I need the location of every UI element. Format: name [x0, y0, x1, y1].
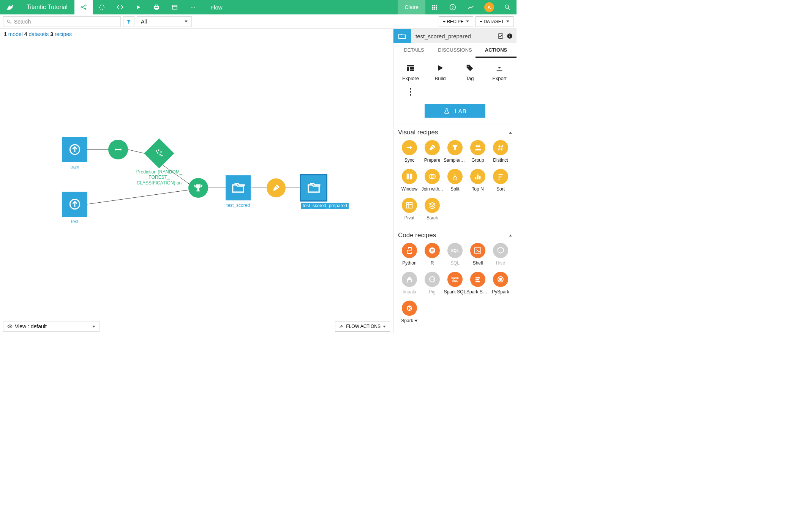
node-score-recipe[interactable] — [188, 178, 208, 198]
lab-button[interactable]: LAB — [425, 104, 485, 118]
recipe-sort[interactable]: Sort — [489, 169, 512, 192]
recipe-sample-filter[interactable]: Sample/Filter — [444, 140, 466, 163]
svg-rect-17 — [432, 8, 433, 9]
flow-search[interactable] — [3, 16, 121, 27]
flow-actions-button[interactable]: FLOW ACTIONS — [335, 321, 390, 332]
trophy-icon — [193, 183, 204, 193]
node-test-scored-prepared[interactable]: test_scored_prepared — [301, 175, 349, 209]
grid-icon — [431, 4, 438, 10]
recipe-icon — [425, 169, 440, 184]
recipe-split[interactable]: Split — [444, 169, 466, 192]
action-build[interactable]: Build — [425, 63, 455, 81]
svg-point-29 — [160, 151, 162, 153]
svg-point-2 — [85, 8, 86, 9]
recipe-icon — [493, 169, 508, 184]
filter-toggle[interactable] — [123, 16, 134, 27]
print-icon — [153, 4, 160, 11]
action-more[interactable] — [396, 87, 425, 97]
nav-tab-code[interactable] — [111, 0, 129, 14]
recipe-spark-r[interactable]: RSpark R — [398, 301, 421, 323]
help-icon: ? — [449, 4, 456, 11]
nav-tab-more[interactable] — [184, 0, 202, 14]
recipe-window[interactable]: Window — [398, 169, 421, 192]
tab-details[interactable]: DETAILS — [393, 43, 434, 58]
recipe-join-with-[interactable]: Join with... — [421, 169, 444, 192]
folder-icon — [306, 181, 321, 195]
recipe-top-n[interactable]: 1Top N — [466, 169, 489, 192]
section-label: Flow — [202, 4, 231, 11]
view-dropdown[interactable]: View : default — [3, 321, 100, 332]
recipe-pivot[interactable]: Pivot — [398, 198, 421, 221]
node-test-scored[interactable]: test_scored — [226, 175, 251, 208]
app-logo[interactable] — [0, 0, 20, 14]
recipe-pig: Pig — [421, 272, 444, 295]
svg-text:R: R — [430, 248, 434, 254]
broom-icon — [272, 183, 281, 192]
svg-point-1 — [85, 5, 86, 6]
node-train[interactable]: train — [62, 137, 87, 170]
node-model[interactable]: Prediction (RANDOM_ FOREST_ CLASSIFICATI… — [134, 143, 184, 186]
search-button[interactable] — [498, 0, 517, 14]
svg-point-59 — [431, 279, 431, 280]
avatar-button[interactable]: A — [480, 0, 498, 14]
chevron-up-icon[interactable] — [509, 132, 512, 134]
add-dataset-button[interactable]: + DATASET — [476, 16, 513, 27]
recipe-shell[interactable]: Shell — [466, 243, 489, 266]
nav-tab-run[interactable] — [129, 0, 147, 14]
recipe-stack[interactable]: Stack — [421, 198, 444, 221]
toolbar: All + RECIPE + DATASET — [0, 14, 517, 29]
nav-tab-dashboard[interactable] — [93, 0, 111, 14]
svg-text:SQL: SQL — [451, 249, 459, 253]
tab-discussions[interactable]: DISCUSSIONS — [434, 43, 476, 58]
recipe-python[interactable]: Python — [398, 243, 421, 266]
recipe-icon — [425, 140, 440, 155]
recipe-prepare[interactable]: Prepare — [421, 140, 444, 163]
add-recipe-button[interactable]: + RECIPE — [439, 16, 473, 27]
svg-rect-7 — [172, 5, 177, 9]
circle-icon — [98, 4, 105, 11]
help-button[interactable]: ? — [444, 0, 462, 14]
nav-tab-view[interactable] — [166, 0, 184, 14]
search-input[interactable] — [14, 19, 117, 25]
recipe-spark-scala[interactable]: Spark Scala — [466, 272, 489, 295]
chevron-down-icon — [185, 20, 188, 22]
folder-icon — [231, 181, 245, 195]
action-export[interactable]: Export — [485, 63, 514, 81]
project-title[interactable]: Titantic Tutorial — [20, 4, 74, 11]
recipe-icon: SQL — [447, 243, 463, 258]
code-icon — [116, 3, 124, 11]
check-icon[interactable] — [498, 33, 504, 39]
recipe-group[interactable]: Group — [466, 140, 489, 163]
svg-point-40 — [410, 94, 411, 96]
svg-point-22 — [505, 5, 509, 8]
apps-button[interactable] — [425, 0, 444, 14]
recipe-sync[interactable]: Sync — [398, 140, 421, 163]
recipe-hive: Hive — [489, 243, 512, 266]
chevron-up-icon[interactable] — [509, 235, 512, 236]
nav-tab-flow[interactable] — [74, 0, 93, 14]
flask-icon — [443, 107, 450, 114]
node-ml-recipe[interactable] — [108, 140, 128, 159]
svg-point-27 — [158, 149, 160, 151]
recipe-distinct[interactable]: Distinct — [489, 140, 512, 163]
nav-tab-print[interactable] — [147, 0, 166, 14]
funnel-icon — [126, 19, 131, 24]
window-icon — [171, 4, 178, 11]
user-name[interactable]: Claire — [398, 0, 425, 14]
folder-node-icon — [226, 175, 251, 200]
action-tag[interactable]: Tag — [455, 63, 485, 81]
action-explore[interactable]: Explore — [396, 63, 425, 81]
svg-point-39 — [410, 91, 411, 93]
recipe-pyspark[interactable]: PySpark — [489, 272, 512, 295]
activity-button[interactable] — [462, 0, 480, 14]
recipe-spark-sql[interactable]: SparkSQLSpark SQL — [444, 272, 466, 295]
node-prepare-recipe[interactable] — [267, 178, 286, 197]
filter-dropdown[interactable]: All — [137, 16, 192, 27]
recipe-r[interactable]: RR — [421, 243, 444, 266]
node-test[interactable]: test — [62, 192, 87, 224]
tab-actions[interactable]: ACTIONS — [476, 43, 517, 58]
svg-rect-15 — [434, 7, 435, 8]
play-icon — [436, 64, 444, 72]
flow-canvas[interactable]: 1 model 4 datasets 3 recipes train test — [0, 29, 393, 333]
info-icon[interactable] — [507, 33, 513, 39]
